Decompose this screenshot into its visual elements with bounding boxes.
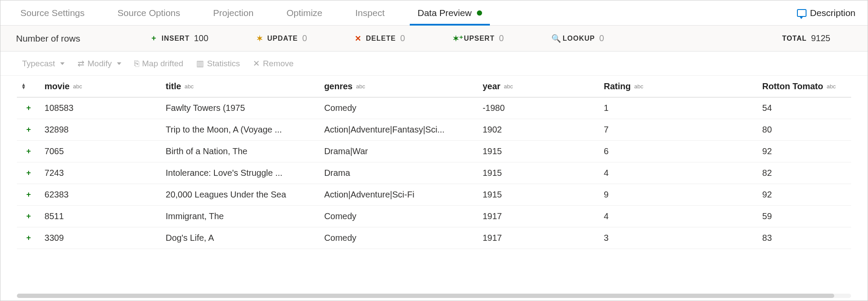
tab-projection[interactable]: Projection: [205, 0, 261, 25]
table-row[interactable]: +3309Dog's Life, AComedy1917383: [17, 227, 851, 249]
tab-data-preview[interactable]: Data Preview: [410, 0, 490, 25]
table-row[interactable]: +32898Trip to the Moon, A (Voyage ...Act…: [17, 119, 851, 141]
stat-total: TOTAL 9125: [782, 33, 830, 43]
remove-button[interactable]: ✕ Remove: [253, 58, 294, 68]
col-year[interactable]: yearabc: [478, 76, 599, 97]
modify-button[interactable]: ⇄ Modify: [78, 58, 121, 68]
cell-movie: 8511: [40, 206, 162, 227]
cell-title: Dog's Life, A: [162, 227, 320, 249]
status-dot-icon: [477, 10, 482, 16]
cell-genres: Comedy: [320, 206, 478, 227]
cell-year: 1915: [478, 184, 599, 206]
sort-icon: ▲▼: [21, 83, 26, 89]
cell-rt: 83: [758, 227, 851, 249]
stat-lookup: 🔍 LOOKUP 0: [551, 33, 604, 43]
col-movie[interactable]: movieabc: [40, 76, 162, 97]
cell-rt: 92: [758, 141, 851, 162]
comment-icon: [797, 9, 806, 17]
cell-rt: 82: [758, 162, 851, 184]
col-rating[interactable]: Ratingabc: [599, 76, 758, 97]
search-icon: 🔍: [551, 34, 558, 43]
cell-rating: 4: [599, 206, 758, 227]
cell-genres: Comedy: [320, 227, 478, 249]
horizontal-scrollbar[interactable]: [17, 294, 851, 298]
stat-update: ✶ UPDATE 0: [256, 33, 307, 43]
cell-rt: 54: [758, 97, 851, 119]
cell-rt: 92: [758, 184, 851, 206]
row-insert-icon: +: [17, 184, 40, 206]
data-grid: ▲▼ movieabc titleabc genresabc yearabc R…: [0, 76, 868, 301]
cell-rating: 1: [599, 97, 758, 119]
table-row[interactable]: +108583Fawlty Towers (1975Comedy-1980154: [17, 97, 851, 119]
table-row[interactable]: +6238320,000 Leagues Under the SeaAction…: [17, 184, 851, 206]
cell-genres: Comedy: [320, 97, 478, 119]
row-insert-icon: +: [17, 97, 40, 119]
row-insert-icon: +: [17, 227, 40, 249]
cell-rt: 80: [758, 119, 851, 141]
map-drifted-button[interactable]: ⎘ Map drifted: [134, 59, 183, 68]
cell-movie: 7065: [40, 141, 162, 162]
rows-label: Number of rows: [16, 33, 150, 44]
tab-source-settings[interactable]: Source Settings: [13, 0, 92, 25]
cell-rt: 59: [758, 206, 851, 227]
close-icon: ✕: [253, 58, 260, 68]
cell-year: 1915: [478, 162, 599, 184]
cell-movie: 32898: [40, 119, 162, 141]
cell-rating: 4: [599, 162, 758, 184]
cell-movie: 7243: [40, 162, 162, 184]
cell-year: 1915: [478, 141, 599, 162]
cell-title: Trip to the Moon, A (Voyage ...: [162, 119, 320, 141]
typecast-button[interactable]: Typecast: [22, 59, 65, 68]
stat-upsert: ✶⁺ UPSERT 0: [453, 33, 504, 43]
cell-movie: 108583: [40, 97, 162, 119]
col-title[interactable]: titleabc: [162, 76, 320, 97]
cell-title: 20,000 Leagues Under the Sea: [162, 184, 320, 206]
cell-year: 1902: [478, 119, 599, 141]
tab-source-options[interactable]: Source Options: [110, 0, 188, 25]
row-insert-icon: +: [17, 162, 40, 184]
tab-bar: Source Settings Source Options Projectio…: [0, 0, 868, 26]
stat-insert: + INSERT 100: [150, 33, 208, 43]
stats-bar: Number of rows + INSERT 100 ✶ UPDATE 0 ✕…: [0, 26, 868, 52]
row-insert-icon: +: [17, 119, 40, 141]
col-rt[interactable]: Rotton Tomatoabc: [758, 76, 851, 97]
cell-genres: Drama|War: [320, 141, 478, 162]
cell-rating: 7: [599, 119, 758, 141]
cell-year: -1980: [478, 97, 599, 119]
col-genres[interactable]: genresabc: [320, 76, 478, 97]
table-row[interactable]: +8511Immigrant, TheComedy1917459: [17, 206, 851, 227]
cell-rating: 9: [599, 184, 758, 206]
modify-icon: ⇄: [78, 58, 84, 68]
header-row: ▲▼ movieabc titleabc genresabc yearabc R…: [17, 76, 851, 97]
description-button[interactable]: Description: [797, 8, 855, 18]
row-insert-icon: +: [17, 206, 40, 227]
table-row[interactable]: +7243Intolerance: Love's Struggle ...Dra…: [17, 162, 851, 184]
cell-movie: 62383: [40, 184, 162, 206]
row-insert-icon: +: [17, 141, 40, 162]
cell-title: Fawlty Towers (1975: [162, 97, 320, 119]
cell-rating: 6: [599, 141, 758, 162]
chart-icon: ▥: [196, 58, 204, 68]
table-row[interactable]: +7065Birth of a Nation, TheDrama|War1915…: [17, 141, 851, 162]
sort-column[interactable]: ▲▼: [17, 76, 40, 97]
map-icon: ⎘: [134, 59, 139, 68]
scrollbar-thumb[interactable]: [17, 294, 834, 298]
statistics-button[interactable]: ▥ Statistics: [196, 58, 240, 68]
stat-delete: ✕ DELETE 0: [355, 33, 405, 43]
cell-genres: Drama: [320, 162, 478, 184]
tab-optimize[interactable]: Optimize: [279, 0, 330, 25]
tab-inspect[interactable]: Inspect: [347, 0, 392, 25]
cell-year: 1917: [478, 227, 599, 249]
x-icon: ✕: [355, 34, 362, 43]
upsert-icon: ✶⁺: [453, 34, 460, 43]
toolbar: Typecast ⇄ Modify ⎘ Map drifted ▥ Statis…: [0, 52, 868, 76]
plus-icon: +: [150, 34, 157, 43]
cell-rating: 3: [599, 227, 758, 249]
cell-year: 1917: [478, 206, 599, 227]
cell-genres: Action|Adventure|Sci-Fi: [320, 184, 478, 206]
cell-title: Intolerance: Love's Struggle ...: [162, 162, 320, 184]
cell-title: Birth of a Nation, The: [162, 141, 320, 162]
asterisk-icon: ✶: [256, 34, 263, 43]
cell-movie: 3309: [40, 227, 162, 249]
cell-title: Immigrant, The: [162, 206, 320, 227]
